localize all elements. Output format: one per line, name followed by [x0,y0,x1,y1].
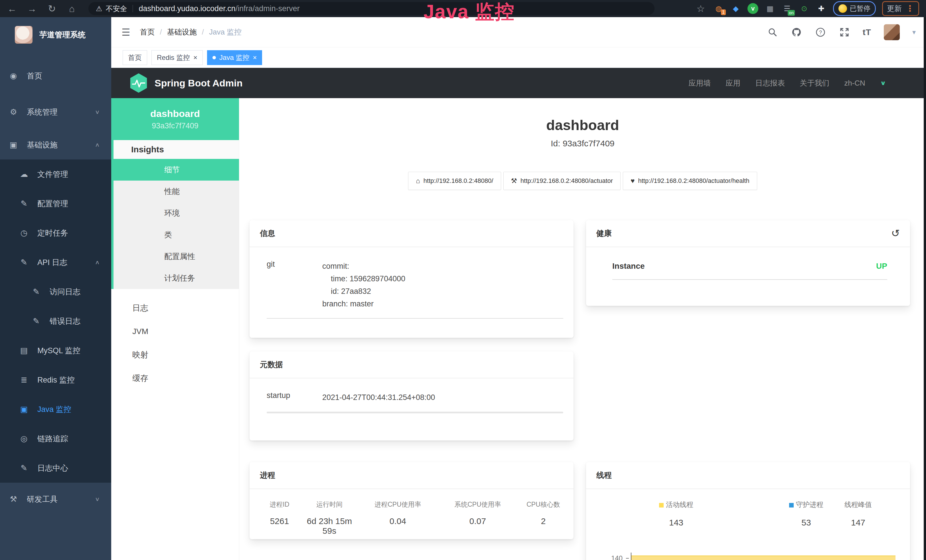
browser-extension-icon[interactable]: ☰on [782,3,793,14]
browser-extension-icon[interactable]: v [747,3,758,14]
sidebar-item-log-center[interactable]: ✎ 日志中心 [0,453,111,483]
sba-item-environment[interactable]: 环境 [113,202,239,224]
browser-back-button[interactable]: ← [6,4,18,14]
sba-item-caches[interactable]: 缓存 [111,366,239,390]
sidebar-item-api-logs[interactable]: ✎ API 日志 ∧ [0,248,111,277]
browser-menu-icon[interactable]: ⋮ [906,4,914,13]
instance-name: dashboard [150,108,200,119]
window-scrollbar-edge[interactable] [924,17,926,560]
sba-item-logs[interactable]: 日志 [111,297,239,320]
sba-item-classes[interactable]: 类 [113,224,239,246]
sidebar-item-error-logs[interactable]: ✎ 错误日志 [0,306,111,336]
paused-extension-pill[interactable]: 已暂停 [833,1,876,16]
log-icon: ✎ [19,257,29,267]
sba-item-jvm[interactable]: JVM [111,320,239,343]
fullscreen-icon[interactable] [839,27,850,38]
sidebar-item-config-management[interactable]: ✎ 配置管理 [0,189,111,218]
sidebar-item-infrastructure[interactable]: ▣ 基础设施 ∧ [0,130,111,159]
actuator-url-button[interactable]: ⚒ http://192.168.0.2:48080/actuator [503,172,621,190]
threads-card: 线程 活动线程 守护进程 线程峰值 143 53 147 140 120 100 [586,462,910,560]
search-icon[interactable] [767,27,778,38]
peak-threads-value: 147 [827,518,890,527]
help-icon[interactable]: ? [815,27,826,38]
sidebar-item-tracing[interactable]: ◎ 链路追踪 [0,424,111,453]
metadata-startup-row: startup 2021-04-27T00:44:31.254+08:00 [250,378,573,404]
browser-home-button[interactable]: ⌂ [66,4,78,14]
browser-forward-button[interactable]: → [26,4,38,14]
insecure-warning-icon[interactable]: ⚠ [96,5,102,13]
sidebar-item-system-management[interactable]: ⚙ 系统管理 ∨ [0,97,111,127]
sba-brand[interactable]: Spring Boot Admin [130,73,242,93]
threads-card-body: 活动线程 守护进程 线程峰值 143 53 147 140 120 100 [586,489,910,560]
sidebar-item-access-logs[interactable]: ✎ 访问日志 [0,277,111,306]
font-size-icon[interactable]: tT [863,27,871,37]
sidebar-item-mysql-monitor[interactable]: ▤ MySQL 监控 [0,336,111,365]
legend-peak-threads: 线程峰值 [827,500,890,509]
sidebar-item-file-management[interactable]: ☁ 文件管理 [0,159,111,189]
sba-item-metrics[interactable]: 性能 [113,180,239,202]
browser-extension-puzzle-icon[interactable]: ✚ [816,3,827,14]
sba-navbar: Spring Boot Admin 应用墙 应用 日志报表 关于我们 zh-CN… [111,68,926,98]
tab-redis-monitor[interactable]: Redis 监控 × [151,50,203,65]
browser-address-bar[interactable]: ⚠ 不安全 dashboard.yudao.iocoder.cn /infra/… [88,2,655,15]
sidebar-item-redis-monitor[interactable]: ≣ Redis 监控 [0,365,111,395]
sidebar-item-dev-tools[interactable]: ⚒ 研发工具 ∨ [0,484,111,514]
health-instance-row[interactable]: Instance UP [586,247,910,271]
sba-logo-icon [130,73,148,93]
insights-group-label: Insights [113,140,239,159]
insights-group: Insights 细节 性能 环境 类 配置属性 计划任务 [111,140,239,289]
page-title: dashboard [239,117,926,133]
sba-item-scheduled-tasks[interactable]: 计划任务 [113,267,239,289]
instance-header[interactable]: dashboard 93a3fc7f7409 [111,98,239,140]
user-avatar[interactable] [884,24,900,40]
sba-link-applications[interactable]: 应用 [726,78,740,88]
process-card: 进程 进程ID 运行时间 进程CPU使用率 系统CPU使用率 CPU核心数 52… [250,462,573,539]
svg-text:?: ? [819,29,822,35]
browser-extension-icon[interactable]: ⊙ [799,3,809,14]
breadcrumb-home[interactable]: 首页 [140,27,154,37]
sba-link-journal[interactable]: 日志报表 [755,78,785,88]
browser-right-cluster: ☆ ◍1 ◆ v ▦ ☰on ⊙ ✚ 已暂停 更新 ⋮ [694,1,920,16]
sidebar-item-scheduled-tasks[interactable]: ◷ 定时任务 [0,218,111,248]
bookmark-star-icon[interactable]: ☆ [694,4,707,14]
monitor-icon: ▣ [9,140,18,150]
health-url-button[interactable]: ♥ http://192.168.0.2:48080/actuator/heal… [623,172,757,190]
y-axis-tick [626,558,629,558]
sba-root-items: 日志 JVM 映射 缓存 [111,297,239,390]
browser-extension-icon[interactable]: ◆ [730,3,741,14]
sba-item-details[interactable]: 细节 [113,159,239,180]
browser-extension-icon[interactable]: ▦ [764,3,775,14]
browser-extension-icon[interactable]: ◍1 [713,3,724,14]
wrench-icon: ⚒ [511,177,517,185]
log-icon: ✎ [31,316,41,326]
github-icon[interactable] [791,27,802,38]
omnibox-divider [133,5,133,12]
sba-item-mappings[interactable]: 映射 [111,343,239,366]
sba-link-about[interactable]: 关于我们 [800,78,829,88]
chevron-down-icon[interactable]: ∨ [880,80,886,87]
tab-java-monitor[interactable]: Java 监控 × [207,50,262,65]
app-logo-row[interactable]: 芋道管理系统 [0,17,111,45]
close-icon[interactable]: × [194,54,197,62]
tab-home[interactable]: 首页 [123,50,147,65]
security-label[interactable]: 不安全 [106,4,127,14]
extension-badge: 1 [721,9,726,15]
service-url-button[interactable]: ⌂ http://192.168.0.2:48080/ [408,172,501,190]
sba-link-wallboard[interactable]: 应用墙 [688,78,711,88]
history-icon[interactable]: ↺ [891,227,900,239]
avatar-caret-icon[interactable]: ▾ [912,28,916,36]
sidebar-item-home[interactable]: ◉ 首页 [0,61,111,91]
sidebar-item-java-monitor[interactable]: ▣ Java 监控 [0,395,111,424]
log-icon: ✎ [19,463,29,473]
home-icon: ⌂ [416,177,420,185]
sba-title: Spring Boot Admin [154,77,242,89]
close-icon[interactable]: × [253,54,257,62]
sba-item-config-properties[interactable]: 配置属性 [113,246,239,267]
browser-update-button[interactable]: 更新 ⋮ [882,1,919,16]
sba-language-select[interactable]: zh-CN [844,79,865,88]
breadcrumb-infrastructure[interactable]: 基础设施 [167,27,197,37]
info-git-row: git commit: time: 1596289704000 id: 27aa… [250,247,573,310]
browser-reload-button[interactable]: ↻ [45,4,58,14]
info-value: commit: time: 1596289704000 id: 27aa832 … [322,260,563,310]
hamburger-icon[interactable]: ☰ [121,27,130,38]
